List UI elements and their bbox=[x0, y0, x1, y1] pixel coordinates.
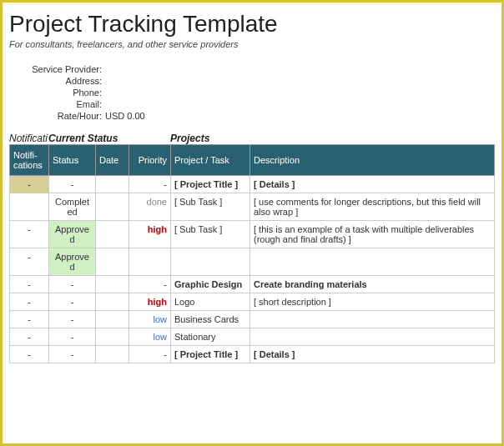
cell-priority: - bbox=[129, 176, 171, 193]
cell-notif bbox=[10, 193, 49, 221]
cell-task: Graphic Design bbox=[171, 276, 250, 293]
cell-priority: - bbox=[129, 346, 171, 363]
cell-priority: low bbox=[129, 328, 171, 346]
cell-status: - bbox=[49, 328, 96, 346]
page-title: Project Tracking Template bbox=[9, 11, 495, 38]
info-section: Service Provider: Address: Phone: Email:… bbox=[9, 64, 495, 121]
table-row: --highLogo[ short description ] bbox=[10, 293, 495, 311]
cell-date bbox=[96, 293, 129, 311]
group-header-status: Current Status bbox=[48, 133, 170, 144]
cell-notif: - bbox=[10, 276, 49, 293]
col-task: Project / Task bbox=[171, 145, 250, 176]
cell-task: Logo bbox=[171, 293, 250, 311]
cell-status: - bbox=[49, 346, 96, 363]
cell-status: - bbox=[49, 311, 96, 328]
cell-task: Stationary bbox=[171, 328, 250, 346]
page-subtitle: For consultants, freelancers, and other … bbox=[9, 39, 495, 49]
cell-desc bbox=[250, 311, 495, 328]
cell-priority: low bbox=[129, 311, 171, 328]
label-rate: Rate/Hour: bbox=[9, 111, 105, 121]
cell-status: Approved bbox=[49, 248, 96, 276]
cell-notif: - bbox=[10, 248, 49, 276]
cell-desc bbox=[250, 328, 495, 346]
table-row: ---[ Project Title ][ Details ] bbox=[10, 176, 495, 193]
cell-priority: high bbox=[129, 221, 171, 248]
cell-desc: [ this is an example of a task with mult… bbox=[250, 221, 495, 248]
col-desc: Description bbox=[250, 145, 495, 176]
cell-task: [ Sub Task ] bbox=[171, 221, 250, 248]
cell-date bbox=[96, 346, 129, 363]
group-header-projects: Projects bbox=[170, 133, 495, 144]
cell-notif: - bbox=[10, 176, 49, 193]
value-provider bbox=[105, 64, 495, 74]
cell-desc: [ Details ] bbox=[250, 346, 495, 363]
cell-task: [ Project Title ] bbox=[171, 176, 250, 193]
label-phone: Phone: bbox=[9, 88, 105, 98]
cell-date bbox=[96, 328, 129, 346]
value-email bbox=[105, 99, 495, 109]
cell-date bbox=[96, 311, 129, 328]
cell-priority: high bbox=[129, 293, 171, 311]
cell-date bbox=[96, 248, 129, 276]
cell-desc: [ short description ] bbox=[250, 293, 495, 311]
value-phone bbox=[105, 88, 495, 98]
cell-desc: [ use comments for longer descriptions, … bbox=[250, 193, 495, 221]
cell-priority: - bbox=[129, 276, 171, 293]
cell-priority: done bbox=[129, 193, 171, 221]
cell-status: Completed bbox=[49, 193, 96, 221]
cell-desc bbox=[250, 248, 495, 276]
cell-task: Business Cards bbox=[171, 311, 250, 328]
cell-status: - bbox=[49, 293, 96, 311]
cell-date bbox=[96, 193, 129, 221]
cell-desc: Create branding materials bbox=[250, 276, 495, 293]
cell-notif: - bbox=[10, 293, 49, 311]
cell-status: - bbox=[49, 276, 96, 293]
col-notif: Notifi-cations bbox=[10, 145, 49, 176]
table-row: -Approved bbox=[10, 248, 495, 276]
cell-notif: - bbox=[10, 346, 49, 363]
label-provider: Service Provider: bbox=[9, 64, 105, 74]
cell-notif: - bbox=[10, 221, 49, 248]
table-row: --lowStationary bbox=[10, 328, 495, 346]
col-status: Status bbox=[49, 145, 96, 176]
table-row: -Approvedhigh[ Sub Task ][ this is an ex… bbox=[10, 221, 495, 248]
cell-desc: [ Details ] bbox=[250, 176, 495, 193]
col-priority: Priority bbox=[129, 145, 171, 176]
cell-status: Approved bbox=[49, 221, 96, 248]
group-headers: Notificati Current Status Projects bbox=[9, 133, 495, 144]
label-address: Address: bbox=[9, 76, 105, 86]
group-header-notif: Notificati bbox=[9, 133, 48, 144]
table-row: ---Graphic DesignCreate branding materia… bbox=[10, 276, 495, 293]
cell-date bbox=[96, 221, 129, 248]
cell-task: [ Sub Task ] bbox=[171, 193, 250, 221]
cell-notif: - bbox=[10, 328, 49, 346]
label-email: Email: bbox=[9, 99, 105, 109]
project-table: Notifi-cations Status Date Priority Proj… bbox=[9, 144, 495, 363]
value-address bbox=[105, 76, 495, 86]
cell-task bbox=[171, 248, 250, 276]
cell-date bbox=[96, 276, 129, 293]
cell-date bbox=[96, 176, 129, 193]
table-row: --lowBusiness Cards bbox=[10, 311, 495, 328]
cell-task: [ Project Title ] bbox=[171, 346, 250, 363]
cell-notif: - bbox=[10, 311, 49, 328]
table-row: ---[ Project Title ][ Details ] bbox=[10, 346, 495, 363]
cell-status: - bbox=[49, 176, 96, 193]
table-row: Completeddone[ Sub Task ][ use comments … bbox=[10, 193, 495, 221]
col-date: Date bbox=[96, 145, 129, 176]
cell-priority bbox=[129, 248, 171, 276]
value-rate: USD 0.00 bbox=[105, 111, 495, 121]
